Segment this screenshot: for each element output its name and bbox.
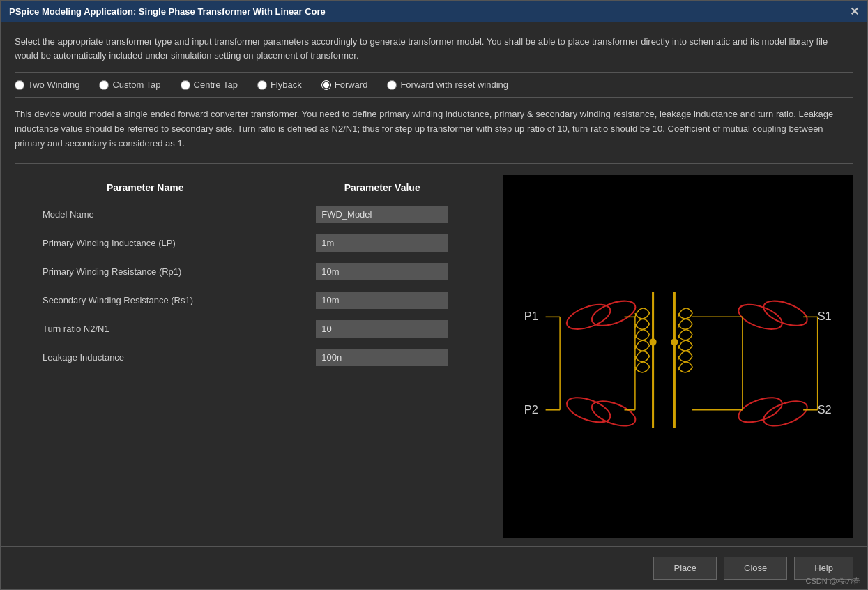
param-name-3: Secondary Winding Resistance (Rs1)	[15, 286, 275, 315]
transformer-type-selector: Two WindingCustom TapCentre TapFlybackFo…	[15, 72, 853, 98]
param-input-5[interactable]	[316, 349, 448, 366]
param-name-2: Primary Winding Resistance (Rp1)	[15, 257, 275, 286]
param-name-1: Primary Winding Inductance (LP)	[15, 229, 275, 257]
title-bar: PSpice Modeling Application: Single Phas…	[1, 1, 867, 22]
params-table: Parameter Name Parameter Value Model Nam…	[15, 175, 489, 538]
radio-label-two_winding: Two Winding	[28, 80, 79, 90]
param-value-cell-0	[275, 200, 489, 229]
radio-label-forward: Forward	[335, 80, 368, 90]
radio-option-custom_tap[interactable]: Custom Tap	[99, 80, 160, 90]
param-value-cell-1	[275, 229, 489, 257]
svg-text:S1: S1	[818, 310, 832, 323]
radio-label-forward_reset: Forward with reset winding	[400, 80, 508, 90]
table-row: Primary Winding Inductance (LP)	[15, 229, 489, 257]
radio-option-two_winding[interactable]: Two Winding	[15, 80, 79, 90]
place-button[interactable]: Place	[653, 557, 717, 580]
svg-text:P2: P2	[524, 403, 538, 416]
params-and-diagram: Parameter Name Parameter Value Model Nam…	[15, 175, 853, 538]
col1-header: Parameter Name	[15, 175, 275, 200]
col2-header: Parameter Value	[275, 175, 489, 200]
radio-input-centre_tap[interactable]	[181, 80, 190, 90]
main-window: PSpice Modeling Application: Single Phas…	[0, 0, 868, 590]
table-row: Leakage Inductance	[15, 343, 489, 372]
radio-option-centre_tap[interactable]: Centre Tap	[181, 80, 238, 90]
table-row: Model Name	[15, 200, 489, 229]
param-input-4[interactable]	[316, 320, 448, 338]
footer-buttons: Place Close Help	[1, 546, 867, 589]
table-row: Primary Winding Resistance (Rp1)	[15, 257, 489, 286]
radio-option-forward_reset[interactable]: Forward with reset winding	[387, 80, 508, 90]
radio-label-flyback: Flyback	[271, 80, 302, 90]
param-name-0: Model Name	[15, 200, 275, 229]
device-description: This device would model a single ended f…	[15, 107, 853, 151]
table-row: Secondary Winding Resistance (Rs1)	[15, 286, 489, 315]
svg-point-19	[671, 339, 678, 346]
radio-input-flyback[interactable]	[257, 80, 267, 90]
svg-point-18	[649, 339, 656, 346]
separator	[15, 163, 853, 164]
param-input-3[interactable]	[316, 292, 448, 309]
window-title: PSpice Modeling Application: Single Phas…	[9, 6, 326, 17]
param-input-0[interactable]	[316, 206, 448, 223]
table-row: Turn ratio N2/N1	[15, 315, 489, 343]
param-value-cell-4	[275, 315, 489, 343]
param-value-cell-3	[275, 286, 489, 315]
radio-option-flyback[interactable]: Flyback	[257, 80, 302, 90]
param-value-cell-2	[275, 257, 489, 286]
radio-input-two_winding[interactable]	[15, 80, 24, 90]
radio-label-centre_tap: Centre Tap	[194, 80, 238, 90]
param-value-cell-5	[275, 343, 489, 372]
watermark: CSDN @桜の春	[806, 576, 860, 587]
radio-input-forward[interactable]	[321, 80, 331, 90]
svg-text:P1: P1	[524, 310, 538, 323]
radio-label-custom_tap: Custom Tap	[112, 80, 160, 90]
radio-input-forward_reset[interactable]	[387, 80, 397, 90]
close-icon[interactable]: ✕	[850, 5, 859, 18]
param-name-4: Turn ratio N2/N1	[15, 315, 275, 343]
param-input-2[interactable]	[316, 263, 448, 280]
transformer-diagram: P1 S1 P2 S2	[503, 175, 853, 538]
close-button[interactable]: Close	[724, 557, 787, 580]
param-name-5: Leakage Inductance	[15, 343, 275, 372]
param-input-1[interactable]	[316, 234, 448, 252]
radio-input-custom_tap[interactable]	[99, 80, 109, 90]
intro-description: Select the appropriate transformer type …	[15, 35, 853, 62]
radio-option-forward[interactable]: Forward	[321, 80, 368, 90]
content-area: Select the appropriate transformer type …	[1, 22, 867, 546]
svg-text:S2: S2	[818, 403, 832, 416]
